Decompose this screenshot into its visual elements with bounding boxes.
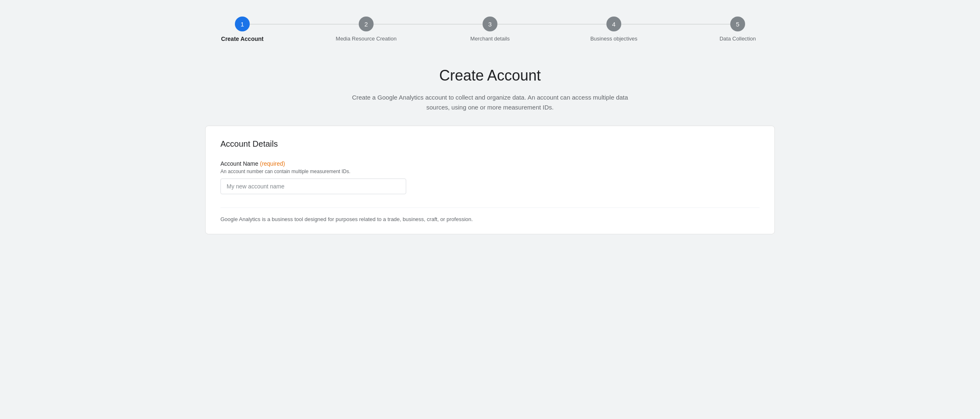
- account-name-field-group: Account Name (required) An account numbe…: [220, 160, 760, 194]
- step-4-row: 4: [552, 17, 676, 31]
- step-2-right-connector: [374, 24, 428, 24]
- step-4-circle[interactable]: 4: [606, 17, 621, 31]
- step-5-circle[interactable]: 5: [730, 17, 745, 31]
- step-3: 3 Merchant details: [428, 17, 552, 42]
- step-5: 5 Data Collection: [676, 17, 800, 42]
- card-title: Account Details: [220, 139, 760, 149]
- step-1-label: Create Account: [221, 36, 264, 42]
- field-label-text: Account Name: [220, 160, 258, 167]
- step-2-row: 2: [304, 17, 428, 31]
- step-2: 2 Media Resource Creation: [304, 17, 428, 42]
- field-hint: An account number can contain multiple m…: [220, 169, 760, 174]
- step-4-label: Business objectives: [590, 36, 637, 42]
- step-3-label: Merchant details: [470, 36, 509, 42]
- step-3-row: 3: [428, 17, 552, 31]
- card-footer: Google Analytics is a business tool desi…: [220, 207, 760, 222]
- step-1: 1 Create Account: [180, 17, 304, 42]
- step-3-left-connector: [428, 24, 483, 24]
- step-5-left-connector: [676, 24, 730, 24]
- field-label: Account Name (required): [220, 160, 760, 167]
- footer-note: Google Analytics is a business tool desi…: [220, 216, 760, 222]
- step-3-circle[interactable]: 3: [483, 17, 497, 31]
- main-content: Create Account Create a Google Analytics…: [172, 67, 808, 112]
- stepper: 1 Create Account 2 Media Resource Creati…: [172, 17, 808, 42]
- page-subtitle: Create a Google Analytics account to col…: [346, 93, 634, 112]
- field-required-text: (required): [260, 160, 285, 167]
- step-4-right-connector: [621, 24, 676, 24]
- step-1-circle[interactable]: 1: [235, 17, 250, 31]
- step-5-row: 5: [676, 17, 800, 31]
- step-2-left-connector: [304, 24, 359, 24]
- account-name-input[interactable]: [220, 179, 406, 194]
- page-title: Create Account: [172, 67, 808, 84]
- step-1-row: 1: [180, 17, 304, 31]
- step-2-circle[interactable]: 2: [359, 17, 374, 31]
- step-3-right-connector: [497, 24, 552, 24]
- step-4-left-connector: [552, 24, 606, 24]
- step-2-label: Media Resource Creation: [336, 36, 396, 42]
- account-details-card: Account Details Account Name (required) …: [205, 126, 775, 234]
- page-container: 1 Create Account 2 Media Resource Creati…: [172, 17, 808, 234]
- step-4: 4 Business objectives: [552, 17, 676, 42]
- step-5-label: Data Collection: [720, 36, 756, 42]
- step-1-right-connector: [250, 24, 304, 24]
